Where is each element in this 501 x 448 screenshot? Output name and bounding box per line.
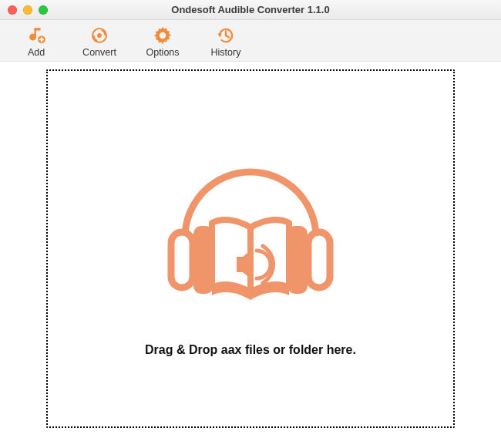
svg-rect-0 (35, 28, 41, 30)
svg-point-6 (160, 32, 166, 38)
toolbar-label: Options (146, 47, 179, 58)
window-title: Ondesoft Audible Converter 1.1.0 (0, 4, 501, 15)
toolbar-label: Convert (82, 47, 116, 58)
svg-marker-7 (217, 33, 222, 37)
content-area: Drag & Drop aax files or folder here. (0, 62, 501, 448)
svg-rect-3 (39, 39, 44, 40)
maximize-icon[interactable] (39, 5, 48, 15)
audiobook-headphones-icon (150, 141, 351, 329)
history-button[interactable]: History (196, 24, 256, 59)
dropzone-message: Drag & Drop aax files or folder here. (145, 343, 356, 357)
window-controls (0, 5, 48, 15)
svg-rect-10 (308, 232, 330, 288)
options-button[interactable]: Options (133, 24, 193, 59)
convert-button[interactable]: Convert (69, 24, 129, 59)
dropzone[interactable]: Drag & Drop aax files or folder here. (46, 69, 455, 428)
close-icon[interactable] (8, 5, 17, 15)
minimize-icon[interactable] (23, 5, 32, 15)
svg-rect-8 (171, 232, 193, 288)
toolbar-label: History (211, 47, 241, 58)
history-icon (216, 25, 236, 45)
toolbar: Add Convert (0, 20, 501, 62)
svg-point-5 (97, 33, 102, 38)
toolbar-label: Add (28, 47, 45, 58)
gear-icon (153, 25, 173, 45)
convert-icon (89, 25, 109, 45)
titlebar: Ondesoft Audible Converter 1.1.0 (0, 0, 501, 20)
music-add-icon (26, 25, 46, 45)
add-button[interactable]: Add (6, 24, 66, 59)
